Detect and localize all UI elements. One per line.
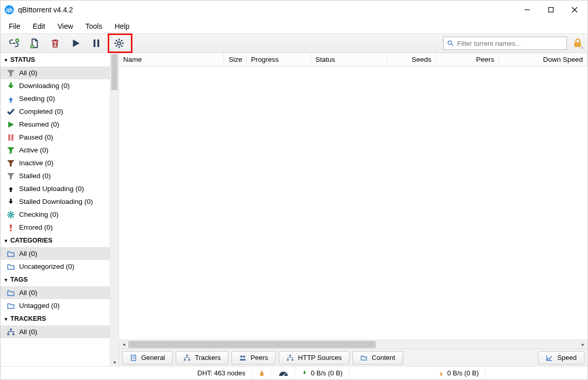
tracker-item-all[interactable]: All (0) <box>1 325 110 338</box>
sidebar-section-categories[interactable]: ▾CATEGORIES <box>1 234 110 247</box>
resume-button[interactable] <box>66 36 85 51</box>
status-item-resumed[interactable]: Resumed (0) <box>1 118 110 131</box>
upload-icon <box>7 95 15 103</box>
status-item-all[interactable]: All (0) <box>1 66 110 79</box>
sidebar-section-trackers[interactable]: ▾TRACKERS <box>1 312 110 325</box>
network-icon <box>183 354 191 361</box>
scrollbar-thumb[interactable] <box>111 54 117 90</box>
search-box[interactable] <box>443 37 567 50</box>
menu-view[interactable]: View <box>52 20 79 32</box>
status-ratelimit-icon[interactable] <box>272 367 295 379</box>
svg-line-35 <box>12 212 13 213</box>
svg-line-32 <box>8 212 9 213</box>
tab-content[interactable]: Content <box>352 351 403 365</box>
download-icon <box>7 82 15 90</box>
svg-line-34 <box>8 216 9 217</box>
status-item-active[interactable]: Active (0) <box>1 144 110 157</box>
svg-line-13 <box>116 40 117 42</box>
folder-icon <box>7 263 15 271</box>
svg-rect-19 <box>575 42 581 47</box>
delete-button[interactable] <box>46 36 64 51</box>
status-upload[interactable]: 0 B/s (0 B) <box>432 367 485 379</box>
menubar: File Edit View Tools Help <box>1 19 587 33</box>
menu-help[interactable]: Help <box>108 20 136 32</box>
svg-rect-37 <box>10 230 12 231</box>
tab-trackers[interactable]: Trackers <box>176 351 228 365</box>
status-item-stalled-down[interactable]: Stalled Downloading (0) <box>1 195 110 208</box>
close-button[interactable] <box>563 1 586 19</box>
status-download[interactable]: 0 B/s (0 B) <box>295 367 349 379</box>
table-body[interactable] <box>119 66 587 339</box>
menu-tools[interactable]: Tools <box>79 20 109 32</box>
status-item-seeding[interactable]: Seeding (0) <box>1 92 110 105</box>
scrollbar-thumb[interactable] <box>128 341 376 348</box>
svg-rect-45 <box>184 359 186 360</box>
svg-line-15 <box>116 45 117 47</box>
svg-rect-54 <box>304 370 305 373</box>
svg-rect-49 <box>290 354 292 356</box>
scroll-left-icon[interactable]: ◂ <box>119 341 128 347</box>
lock-button[interactable] <box>572 37 583 50</box>
window-title: qBittorrent v4.4.2 <box>18 6 515 14</box>
sidebar-section-status[interactable]: ▾STATUS <box>1 53 110 66</box>
chevron-down-icon: ▾ <box>5 57 7 63</box>
svg-rect-25 <box>10 189 12 192</box>
svg-rect-22 <box>10 99 12 102</box>
svg-point-17 <box>448 41 451 44</box>
status-item-stalled[interactable]: Stalled (0) <box>1 169 110 182</box>
menu-file[interactable]: File <box>3 20 27 32</box>
horizontal-scrollbar[interactable]: ◂ ▸ <box>119 339 587 349</box>
svg-line-16 <box>121 40 123 42</box>
add-file-button[interactable] <box>25 36 44 51</box>
col-peers[interactable]: Peers <box>436 53 499 66</box>
col-name[interactable]: Name <box>119 53 224 66</box>
category-item-all[interactable]: All (0) <box>1 247 110 260</box>
scroll-down-icon[interactable]: ▾ <box>110 358 119 366</box>
status-firewall-icon[interactable] <box>252 367 272 379</box>
col-status[interactable]: Status <box>311 53 388 66</box>
statusbar: DHT: 463 nodes 0 B/s (0 B) 0 B/s (0 B) <box>1 366 587 379</box>
svg-rect-36 <box>10 224 12 229</box>
pause-button[interactable] <box>87 36 106 51</box>
status-item-errored[interactable]: Errored (0) <box>1 221 110 234</box>
svg-rect-41 <box>131 355 136 360</box>
download-icon <box>301 370 308 376</box>
tab-peers[interactable]: Peers <box>231 351 276 365</box>
scroll-right-icon[interactable]: ▸ <box>578 341 587 347</box>
svg-line-18 <box>451 44 453 46</box>
status-item-paused[interactable]: Paused (0) <box>1 131 110 144</box>
folder-icon <box>7 289 15 297</box>
minimize-button[interactable] <box>515 1 539 19</box>
toolbar <box>1 33 587 53</box>
app-icon: qb <box>5 5 14 14</box>
status-item-checking[interactable]: Checking (0) <box>1 208 110 221</box>
tab-speed[interactable]: Speed <box>538 351 584 365</box>
tag-item-untagged[interactable]: Untagged (0) <box>1 299 110 312</box>
search-input[interactable] <box>457 40 563 47</box>
sidebar-section-tags[interactable]: ▾TAGS <box>1 273 110 286</box>
tab-http[interactable]: HTTP Sources <box>279 351 349 365</box>
status-item-inactive[interactable]: Inactive (0) <box>1 157 110 169</box>
col-progress[interactable]: Progress <box>247 53 311 66</box>
status-item-completed[interactable]: Completed (0) <box>1 105 110 118</box>
category-item-uncategorized[interactable]: Uncategorized (0) <box>1 260 110 273</box>
speedometer-icon <box>278 370 289 377</box>
svg-point-48 <box>243 355 245 357</box>
col-downspeed[interactable]: Down Speed <box>499 53 587 66</box>
svg-rect-23 <box>8 134 10 141</box>
col-seeds[interactable]: Seeds <box>388 53 436 66</box>
add-link-button[interactable] <box>5 36 23 51</box>
tab-general[interactable]: General <box>122 351 173 365</box>
people-icon <box>239 354 246 361</box>
status-item-downloading[interactable]: Downloading (0) <box>1 79 110 92</box>
sidebar-scrollbar[interactable]: ▴ ▾ <box>110 53 119 366</box>
settings-button[interactable] <box>110 36 128 51</box>
maximize-button[interactable] <box>539 1 563 19</box>
status-item-stalled-up[interactable]: Stalled Uploading (0) <box>1 182 110 195</box>
search-icon <box>447 40 454 47</box>
svg-rect-51 <box>292 359 294 360</box>
pause-icon <box>7 133 15 142</box>
menu-edit[interactable]: Edit <box>27 20 52 32</box>
col-size[interactable]: Size <box>224 53 247 66</box>
tag-item-all[interactable]: All (0) <box>1 286 110 299</box>
